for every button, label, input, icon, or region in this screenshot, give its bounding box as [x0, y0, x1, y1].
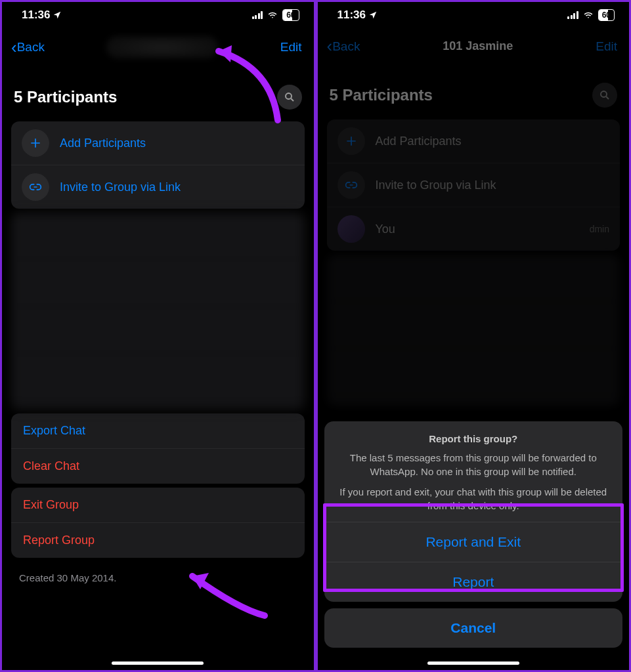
you-row[interactable]: You dmin: [327, 207, 620, 251]
participants-list-redacted: [327, 255, 620, 406]
svg-line-7: [606, 96, 609, 99]
avatar: [337, 215, 365, 243]
exit-group-row[interactable]: Exit Group: [11, 488, 305, 522]
participants-actions-card: Add Participants Invite to Group via Lin…: [11, 121, 305, 209]
back-label: Back: [332, 39, 360, 54]
left-screenshot: 11:36 60 ‹ Back Edit 5 Participants Add …: [2, 2, 314, 670]
you-label: You: [376, 222, 579, 236]
svg-point-0: [286, 93, 292, 99]
svg-point-6: [601, 91, 607, 97]
nav-bar: ‹ Back 101 Jasmine Edit: [318, 26, 630, 63]
link-icon: [337, 171, 365, 199]
back-button[interactable]: ‹ Back: [11, 37, 45, 58]
created-text: Created 30 May 2014.: [2, 562, 314, 594]
cancel-button[interactable]: Cancel: [324, 608, 623, 648]
link-icon: [22, 173, 49, 201]
right-screenshot: 11:36 60 ‹ Back 101 Jasmine Edit 5 Parti…: [318, 2, 630, 670]
plus-icon: [337, 127, 365, 155]
location-icon: [368, 10, 378, 20]
report-group-row[interactable]: Report Group: [11, 522, 305, 558]
group-actions-card: Exit Group Report Group: [11, 488, 305, 558]
search-button[interactable]: [592, 83, 617, 108]
signal-icon: [567, 11, 578, 19]
add-participants-row[interactable]: Add Participants: [327, 119, 620, 163]
status-bar: 11:36 60: [318, 2, 630, 26]
sheet-body-1: The last 5 messages from this group will…: [339, 451, 609, 478]
wifi-icon: [582, 10, 594, 20]
battery-icon: 60: [282, 9, 299, 21]
nav-bar: ‹ Back Edit: [2, 26, 314, 65]
status-time: 11:36: [22, 9, 50, 22]
sheet-title: Report this group?: [339, 432, 609, 446]
battery-icon: 60: [598, 9, 615, 21]
edit-button[interactable]: Edit: [596, 39, 617, 54]
participants-header: 5 Participants: [330, 86, 433, 104]
status-bar: 11:36 60: [2, 2, 314, 26]
home-indicator[interactable]: [427, 662, 519, 665]
svg-line-1: [291, 98, 294, 101]
participants-list-redacted: [11, 213, 305, 410]
sheet-body-2: If you report and exit, your chat with t…: [339, 485, 609, 513]
chevron-left-icon: ‹: [11, 37, 17, 58]
edit-button[interactable]: Edit: [280, 40, 302, 54]
plus-icon: [22, 129, 49, 157]
invite-link-row[interactable]: Invite to Group via Link: [327, 163, 620, 207]
search-button[interactable]: [277, 85, 302, 110]
signal-icon: [252, 11, 263, 19]
location-icon: [53, 10, 62, 20]
search-icon: [599, 89, 611, 101]
add-participants-row[interactable]: Add Participants: [11, 121, 305, 165]
add-participants-label: Add Participants: [376, 135, 610, 148]
back-button[interactable]: ‹ Back: [327, 36, 360, 56]
search-icon: [284, 91, 295, 103]
action-sheet: Report this group? The last 5 messages f…: [324, 421, 623, 665]
report-and-exit-button[interactable]: Report and Exit: [324, 522, 623, 562]
invite-link-row[interactable]: Invite to Group via Link: [11, 165, 305, 209]
chevron-left-icon: ‹: [327, 36, 333, 56]
status-time: 11:36: [337, 9, 366, 22]
participants-header: 5 Participants: [14, 88, 117, 106]
group-title-redacted: [106, 36, 218, 58]
invite-link-label: Invite to Group via Link: [60, 180, 294, 194]
group-title: 101 Jasmine: [443, 39, 513, 53]
invite-link-label: Invite to Group via Link: [376, 178, 610, 192]
report-button[interactable]: Report: [324, 562, 623, 602]
sheet-header: Report this group? The last 5 messages f…: [324, 421, 623, 522]
add-participants-label: Add Participants: [60, 136, 294, 150]
back-label: Back: [17, 40, 45, 54]
export-chat-row[interactable]: Export Chat: [11, 413, 305, 448]
home-indicator[interactable]: [112, 662, 204, 665]
participants-actions-card: Add Participants Invite to Group via Lin…: [327, 119, 620, 251]
chat-actions-card: Export Chat Clear Chat: [11, 413, 305, 484]
clear-chat-row[interactable]: Clear Chat: [11, 448, 305, 484]
admin-badge: dmin: [590, 224, 609, 234]
wifi-icon: [267, 10, 278, 20]
